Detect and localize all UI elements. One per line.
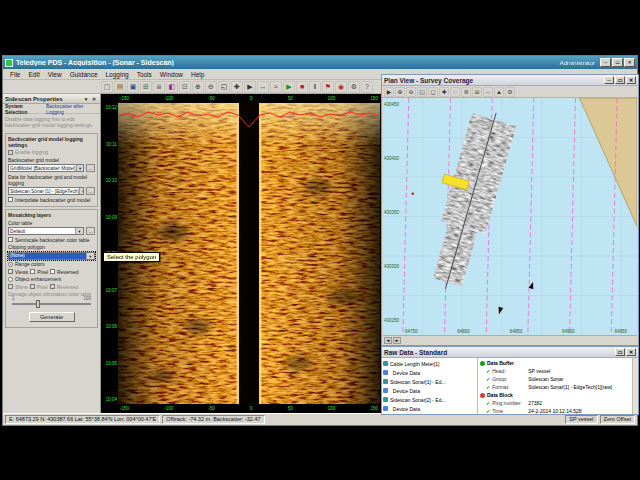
menu-item[interactable]: Edit [24, 71, 43, 78]
tab-backscatter-after-logging[interactable]: Backscatter after Logging [46, 103, 98, 115]
survey-coverage-map[interactable]: 430450430400430350430300430250 647506480… [383, 98, 637, 335]
pixel2-checkbox[interactable] [30, 284, 35, 289]
event-flag-icon[interactable]: ⚑ [322, 81, 334, 93]
color-table-browse-button[interactable]: ... [86, 227, 95, 235]
device-tree-item[interactable]: Cable Length Meter[1] [383, 359, 476, 368]
panel-tabs: System Selection Backscatter after Loggi… [3, 104, 100, 114]
generate-button[interactable]: Generate [29, 312, 75, 322]
device-tree-item[interactable]: Device Data [383, 386, 476, 395]
north-arrow-icon[interactable]: ▲ [494, 87, 504, 97]
slider-track[interactable] [12, 303, 91, 305]
buffer-row[interactable]: ✔ Format: Sidescan Sonar[1] - EdgeTech[1… [480, 383, 630, 391]
range-colors-radio[interactable] [8, 262, 13, 267]
reversed2-checkbox[interactable] [50, 284, 55, 289]
maximize-button[interactable]: ▭ [612, 58, 623, 67]
pan-icon[interactable]: ✚ [439, 87, 449, 97]
settings-icon[interactable]: ⚙ [348, 81, 360, 93]
raw-close-button[interactable]: ✕ [626, 348, 636, 356]
palette-icon[interactable]: ◧ [166, 81, 178, 93]
zoom-in-icon[interactable]: ⊕ [192, 81, 204, 93]
object-enhancement-radio[interactable] [8, 277, 13, 282]
pixel-checkbox[interactable] [30, 269, 35, 274]
grid-model-dropdown[interactable]: GridModel [Backscatter Model] [8, 164, 84, 172]
zoom-out-icon[interactable]: ⊖ [205, 81, 217, 93]
slider-thumb[interactable] [36, 300, 40, 308]
zoom-extents-icon[interactable]: ◻ [428, 87, 438, 97]
new-file-icon[interactable]: ▢ [101, 81, 113, 93]
interpolate-checkbox[interactable] [8, 197, 13, 202]
ruler-icon[interactable]: ↔ [483, 87, 493, 97]
select-icon[interactable]: ▶ [244, 81, 256, 93]
zoom-in-icon[interactable]: ⊕ [395, 87, 405, 97]
data-details-pane[interactable]: Data Buffer ✔ Head: SP vessel ✔ Group: S… [478, 358, 632, 414]
plan-minimize-button[interactable]: ─ [604, 76, 614, 84]
pan-icon[interactable]: ✚ [231, 81, 243, 93]
save-icon[interactable]: ▣ [127, 81, 139, 93]
grid-icon[interactable]: ⊞ [472, 87, 482, 97]
select-icon[interactable]: ▶ [384, 87, 394, 97]
data-block-header: Data Block [480, 391, 630, 399]
buffer-row[interactable]: ✔ Group: Sidescan Sonar [480, 375, 630, 383]
block-row[interactable]: ✔ Time 24-2-2014 10:12:14.528 [480, 407, 630, 414]
color-table-label: Color table [8, 220, 95, 226]
layers-icon[interactable]: ≣ [153, 81, 165, 93]
buffer-row[interactable]: ✔ Head: SP vessel [480, 367, 630, 375]
start-logging-icon[interactable]: ▶ [283, 81, 295, 93]
plan-close-button[interactable]: ✕ [626, 76, 636, 84]
logging-data-dropdown[interactable]: Sidescan Sonar [1] - [EdgeTech] [8, 187, 84, 195]
menu-item[interactable]: File [6, 71, 24, 78]
zoom-out-icon[interactable]: ⊖ [406, 87, 416, 97]
layers-icon[interactable]: ≣ [461, 87, 471, 97]
measure-icon[interactable]: ↔ [257, 81, 269, 93]
raw-maximize-button[interactable]: ▭ [615, 348, 625, 356]
menu-item[interactable]: View [44, 71, 66, 78]
grid-model-browse-button[interactable]: ... [86, 164, 95, 172]
scroll-right-button[interactable]: ► [393, 337, 401, 344]
menu-item[interactable]: Logging [102, 71, 133, 78]
menu-item[interactable]: Tools [133, 71, 156, 78]
raw-data-title-bar[interactable]: Raw Data - Standard ▭ ✕ [382, 347, 638, 358]
menu-item[interactable]: Help [187, 71, 208, 78]
open-file-icon[interactable]: ▤ [114, 81, 126, 93]
redraw-icon[interactable]: ◌ [450, 87, 460, 97]
block-row[interactable]: ✔ Ping number 27382 [480, 399, 630, 407]
reversed-checkbox[interactable] [50, 269, 55, 274]
alarm-icon[interactable]: ◉ [335, 81, 347, 93]
damage-elimination-slider[interactable]: 1 100 [12, 299, 91, 309]
views-checkbox[interactable] [8, 269, 13, 274]
settings-icon[interactable]: ⚙ [505, 87, 515, 97]
print-icon[interactable]: ⊞ [140, 81, 152, 93]
device-tree-item[interactable]: Sidescan Sonar[1] - Ed... [383, 377, 476, 386]
minimize-button[interactable]: ─ [600, 58, 611, 67]
zoom-extents-icon[interactable]: ◱ [218, 81, 230, 93]
shine-checkbox[interactable] [8, 284, 13, 289]
plan-maximize-button[interactable]: ▭ [615, 76, 625, 84]
enable-logging-checkbox[interactable] [8, 150, 13, 155]
grid-icon[interactable]: ⊟ [179, 81, 191, 93]
raw-data-scrollbar[interactable] [632, 358, 638, 414]
menu-item[interactable]: Window [156, 71, 187, 78]
logged-in-user: Administrator [560, 60, 595, 66]
axis-tick-label: -100 [164, 96, 173, 101]
scroll-left-button[interactable]: ◄ [384, 337, 392, 344]
stop-logging-icon[interactable]: ■ [296, 81, 308, 93]
zoom-window-icon[interactable]: ◱ [417, 87, 427, 97]
panel-pin-icon[interactable]: ▾ [82, 96, 90, 102]
pause-logging-icon[interactable]: ‖ [309, 81, 321, 93]
panel-close-icon[interactable]: ✕ [90, 96, 98, 102]
menu-item[interactable]: Guidance [66, 71, 102, 78]
tab-system-selection[interactable]: System Selection [5, 103, 43, 115]
title-bar[interactable]: Teledyne PDS - Acquisition - (Sonar - Si… [3, 56, 637, 69]
device-tree-item[interactable]: Device Data [383, 404, 476, 413]
device-tree[interactable]: Cable Length Meter[1] Device Data Sidesc… [382, 358, 478, 414]
device-tree-item[interactable]: Device Data [383, 368, 476, 377]
profile-icon[interactable]: ≈ [270, 81, 282, 93]
help-icon[interactable]: ? [361, 81, 373, 93]
device-tree-item[interactable]: Sidescan Sonar[2] - Ed... [383, 395, 476, 404]
plan-view-title-bar[interactable]: Plan View - Survey Coverage ─ ▭ ✕ [382, 75, 638, 86]
logging-data-browse-button[interactable]: ... [86, 187, 95, 195]
close-button[interactable]: ✕ [624, 58, 635, 67]
semiscale-checkbox[interactable] [8, 237, 13, 242]
color-table-dropdown[interactable]: Default [8, 227, 84, 235]
clipping-polygon-dropdown[interactable]: (None) [8, 252, 95, 260]
